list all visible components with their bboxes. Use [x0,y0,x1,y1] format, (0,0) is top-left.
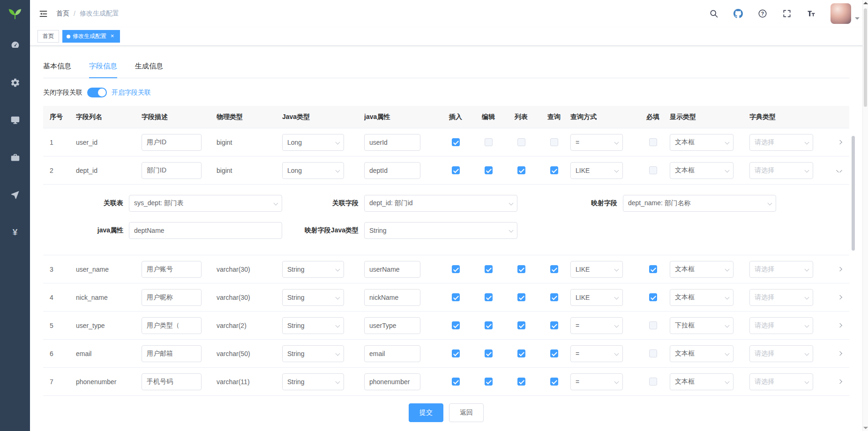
query-checkbox[interactable] [550,166,558,174]
sidebar-toggle-icon[interactable] [38,8,49,19]
insert-checkbox[interactable] [452,378,460,386]
java-type-select[interactable]: String [282,373,344,390]
required-checkbox[interactable] [649,349,657,357]
required-checkbox[interactable] [649,166,657,174]
java-type-select[interactable]: String [282,317,344,334]
java-type-select[interactable]: String [282,345,344,362]
column-desc-input[interactable] [142,373,202,390]
mapping-field-select[interactable]: dept_name: 部门名称 [623,195,776,212]
java-prop-input[interactable] [364,373,420,390]
list-checkbox[interactable] [517,293,525,301]
list-checkbox[interactable] [517,138,525,146]
question-icon[interactable]: ? [757,8,768,19]
insert-checkbox[interactable] [452,166,460,174]
column-desc-input[interactable] [142,317,202,334]
java-prop-input[interactable] [364,345,420,362]
display-type-select[interactable]: 下拉框 [670,317,733,334]
query-mode-select[interactable]: = [570,317,623,334]
edit-checkbox[interactable] [485,293,493,301]
insert-checkbox[interactable] [452,265,460,273]
system-icon[interactable] [9,77,21,88]
page-scrollbar-thumb[interactable] [864,8,867,107]
edit-checkbox[interactable] [485,138,493,146]
required-checkbox[interactable] [649,265,657,273]
edit-checkbox[interactable] [485,265,493,273]
tag-item[interactable]: 首页 [37,30,59,43]
edit-checkbox[interactable] [485,378,493,386]
query-mode-select[interactable]: LIKE [570,162,623,179]
java-type-select[interactable]: Long [282,134,344,151]
search-icon[interactable] [709,8,719,19]
dict-type-select[interactable]: 请选择 [749,134,813,151]
dict-type-select[interactable]: 请选择 [749,289,813,306]
java-prop-input[interactable] [364,261,420,278]
tag-close-icon[interactable]: × [109,33,116,40]
query-mode-select[interactable]: = [570,345,623,362]
insert-checkbox[interactable] [452,321,460,329]
dict-type-select[interactable]: 请选择 [749,317,813,334]
expand-row-icon[interactable] [836,351,842,356]
java-prop-input[interactable] [364,289,420,306]
app-logo[interactable] [0,0,30,27]
dict-type-select[interactable]: 请选择 [749,345,813,362]
dashboard-icon[interactable] [9,39,21,51]
expand-row-icon[interactable] [836,295,842,299]
avatar[interactable] [831,3,851,24]
required-checkbox[interactable] [649,138,657,146]
tool-icon[interactable] [9,152,21,163]
submit-button[interactable]: 提交 [409,403,443,422]
column-desc-input[interactable] [142,261,202,278]
display-type-select[interactable]: 文本框 [670,373,733,390]
display-type-select[interactable]: 文本框 [670,261,733,278]
fullscreen-icon[interactable] [782,8,792,19]
table-scrollbar-thumb[interactable] [852,136,855,251]
mapping-java-type-select[interactable]: String [364,222,517,239]
query-mode-select[interactable]: LIKE [570,261,623,278]
query-checkbox[interactable] [550,265,558,273]
breadcrumb-item[interactable]: 首页 [56,9,69,18]
query-mode-select[interactable]: = [570,373,623,390]
query-checkbox[interactable] [550,138,558,146]
java-type-select[interactable]: String [282,261,344,278]
insert-checkbox[interactable] [452,293,460,301]
column-desc-input[interactable] [142,162,202,179]
required-checkbox[interactable] [649,293,657,301]
collapse-row-icon[interactable] [836,168,842,172]
expand-row-icon[interactable] [836,267,842,271]
edit-checkbox[interactable] [485,321,493,329]
display-type-select[interactable]: 文本框 [670,134,733,151]
query-checkbox[interactable] [550,321,558,329]
query-checkbox[interactable] [550,293,558,301]
query-mode-select[interactable]: = [570,134,623,151]
tag-item-active[interactable]: 修改生成配置× [62,30,120,43]
tab-columns[interactable]: 字段信息 [89,56,117,78]
query-mode-select[interactable]: LIKE [570,289,623,306]
monitor-icon[interactable] [9,114,21,126]
java-prop-input[interactable] [364,162,420,179]
page-scrollbar[interactable] [862,0,868,431]
list-checkbox[interactable] [517,166,525,174]
query-checkbox[interactable] [550,349,558,357]
user-menu[interactable] [831,3,860,24]
expand-row-icon[interactable] [836,140,842,144]
sub-java-prop-input[interactable] [129,222,282,239]
insert-checkbox[interactable] [452,349,460,357]
dict-type-select[interactable]: 请选择 [749,373,813,390]
github-icon[interactable] [733,8,743,19]
dict-type-select[interactable]: 请选择 [749,261,813,278]
list-checkbox[interactable] [517,321,525,329]
display-type-select[interactable]: 文本框 [670,345,733,362]
expand-row-icon[interactable] [836,379,842,384]
tab-basic[interactable]: 基本信息 [43,56,71,78]
required-checkbox[interactable] [649,378,657,386]
expand-row-icon[interactable] [836,323,842,327]
edit-checkbox[interactable] [485,349,493,357]
java-prop-input[interactable] [364,134,420,151]
java-type-select[interactable]: String [282,289,344,306]
java-prop-input[interactable] [364,317,420,334]
display-type-select[interactable]: 文本框 [670,289,733,306]
relation-switch[interactable] [87,88,107,97]
display-type-select[interactable]: 文本框 [670,162,733,179]
scroll-up-arrow-icon[interactable] [863,2,868,4]
guide-icon[interactable] [9,189,21,201]
